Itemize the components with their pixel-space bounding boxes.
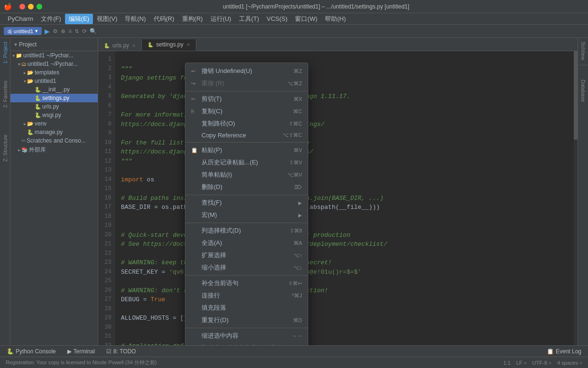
menu-copy-path[interactable]: 复制路径(O) ⇧⌘C — [185, 117, 308, 130]
tree-item-init[interactable]: ▸ 🐍 __init__.py — [10, 85, 98, 94]
menu-code[interactable]: 代码(R) — [150, 14, 178, 24]
menu-paste-simple[interactable]: 简单粘贴(I) ⌥⌘V — [185, 169, 308, 181]
menu-duplicate[interactable]: 重复行(D) ⌘D — [185, 314, 308, 326]
menu-complete-statement[interactable]: 补全当前语句 ⇧⌘↩ — [185, 277, 308, 289]
cursor-position[interactable]: 1:1 — [503, 360, 510, 366]
python-console-label: Python Console — [16, 348, 56, 355]
terminal-label: Terminal — [74, 348, 95, 355]
close-button[interactable] — [19, 4, 25, 9]
toolbar-icon-3[interactable]: ≡ — [68, 28, 72, 35]
bottom-tab-todo[interactable]: ☑ 8: TODO — [103, 347, 139, 356]
indent-settings[interactable]: 4 spaces ÷ — [557, 360, 582, 366]
tree-item-manage[interactable]: ▸ 🐍 manage.py — [10, 128, 98, 136]
menu-extend-selection[interactable]: 扩展选择 ⌥↑ — [185, 249, 308, 261]
sidebar-tab-project[interactable]: 1: Project — [0, 38, 10, 67]
file-tree: ▾ 📁 untitled1 ~/Pychar... ▾ 🗂 untitled1 … — [10, 51, 98, 345]
menu-copy[interactable]: ⎘ 复制(C) ⌘C — [185, 105, 308, 117]
toolbar-icon-4[interactable]: ↯ — [74, 28, 79, 35]
menu-run[interactable]: 运行(U) — [207, 14, 235, 24]
tree-item-templates[interactable]: ▸ 📂 templates — [10, 68, 98, 77]
menu-vcs[interactable]: VCS(S) — [263, 14, 291, 23]
menu-copy-reference[interactable]: Copy Reference ⌥⇧⌘C — [185, 130, 308, 141]
bottom-tab-terminal[interactable]: ▶ Terminal — [64, 347, 98, 356]
menu-paste[interactable]: 📋 粘贴(P) ⌘V — [185, 144, 308, 156]
maximize-button[interactable] — [37, 4, 42, 9]
tree-item-venv[interactable]: ▸ 📂 venv — [10, 119, 98, 128]
menu-view[interactable]: 视图(V) — [93, 14, 121, 24]
bottom-toolbar: 🐍 Python Console ▶ Terminal ☑ 8: TODO 📋 … — [0, 345, 588, 357]
bottom-tab-python-console[interactable]: 🐍 Python Console — [4, 347, 59, 356]
tab-icon: 🐍 — [147, 42, 153, 47]
menu-paste-history[interactable]: 从历史记录粘贴...(E) ⇧⌘V — [185, 156, 308, 169]
menu-join-lines[interactable]: 连接行 ^⌘J — [185, 289, 308, 302]
menu-column-select[interactable]: 列选择模式(D) ⇧⌘8 — [185, 224, 308, 237]
sidebar-tab-favorites[interactable]: 2: Favorites — [0, 77, 10, 111]
file-icon: 🐍 — [35, 87, 41, 93]
code-area: 12345 678910 1112131415 1617181920 21222… — [98, 51, 578, 345]
run-button[interactable]: ▶ — [45, 27, 50, 35]
minimize-button[interactable] — [28, 4, 34, 9]
tab-close-icon[interactable]: ✕ — [186, 42, 190, 47]
menu-tools[interactable]: 工具(T) — [235, 14, 263, 24]
tree-item-label: untitled1 — [35, 78, 56, 84]
menu-indent[interactable]: 缩进选中内容 →→ — [185, 330, 308, 342]
dropdown-menu-container: ↩ 撤销 Undefined(U) ⌘Z ↪ 重做 (R) ⌥⌘Z ✂ 剪切(T… — [185, 63, 308, 345]
tree-item-root[interactable]: ▾ 📁 untitled1 ~/Pychar... — [10, 51, 98, 60]
menu-window[interactable]: 窗口(W) — [291, 14, 321, 24]
tab-close-icon[interactable]: ✕ — [132, 43, 136, 48]
tree-item-scratches[interactable]: ▸ ✂ Scratches and Conso... — [10, 136, 98, 145]
menu-macro[interactable]: 宏(M) ▶ — [185, 209, 308, 221]
tree-item-external[interactable]: ▸ 📚 外部库 — [10, 145, 98, 155]
traffic-lights — [19, 4, 42, 9]
undo-icon: ↩ — [191, 68, 200, 74]
sidebar-tab-structure[interactable]: Z: Structure — [0, 131, 10, 165]
menu-select-all[interactable]: 全选(A) ⌘A — [185, 237, 308, 249]
menu-shrink-selection[interactable]: 缩小选择 ⌥↓ — [185, 261, 308, 274]
line-separator[interactable]: LF ÷ — [516, 360, 527, 366]
menu-edit[interactable]: 编辑(E) — [65, 14, 93, 24]
menu-refactor[interactable]: 重构(R) — [178, 14, 207, 24]
menu-file[interactable]: 文件(F) — [37, 14, 65, 24]
menu-navigate[interactable]: 导航(N) — [121, 14, 149, 24]
copy-icon: ⎘ — [191, 108, 200, 114]
tree-item-settings[interactable]: ▸ 🐍 settings.py — [10, 94, 98, 102]
folder-icon: 🗂 — [21, 61, 27, 67]
panel-title: Project — [19, 41, 37, 48]
menu-fill-paragraph[interactable]: 填充段落 — [185, 302, 308, 314]
editor-tabs: 🐍 urls.py ✕ 🐍 settings.py ✕ — [98, 38, 578, 51]
toolbar-icon-5[interactable]: ⟳ — [82, 28, 87, 35]
folder-icon: 📂 — [27, 70, 34, 76]
menu-delete[interactable]: 删除(D) ⌦ — [185, 181, 308, 193]
menu-unindent[interactable]: 取消中行或选中内容的缩进 ⇧→→ — [185, 342, 308, 345]
left-tabs: 1: Project 2: Favorites Z: Structure — [0, 38, 10, 345]
right-tab-sciview[interactable]: SciView — [579, 38, 588, 64]
menu-pycharm[interactable]: PyCharm — [4, 14, 37, 23]
redo-icon: ↪ — [191, 81, 200, 87]
tab-urls[interactable]: 🐍 urls.py ✕ — [98, 40, 142, 51]
event-log-button[interactable]: 📋 Event Log — [544, 347, 584, 356]
tree-item-wsgi[interactable]: ▸ 🐍 wsgi.py — [10, 111, 98, 119]
separator-4 — [185, 223, 308, 223]
scrollbar-track[interactable] — [574, 51, 578, 345]
tree-item-urls[interactable]: ▸ 🐍 urls.py — [10, 102, 98, 111]
project-name: untitled1 — [14, 28, 34, 34]
window-title: untitled1 [~/PycharmProjects/untitled1] … — [48, 3, 584, 10]
toolbar-icon-2[interactable]: ⊕ — [61, 28, 65, 35]
menu-undo[interactable]: ↩ 撤销 Undefined(U) ⌘Z — [185, 65, 308, 77]
toolbar-icon-1[interactable]: ⚙ — [53, 28, 58, 35]
scrollbar-thumb[interactable] — [574, 51, 578, 139]
tree-arrow-icon: ▾ — [24, 79, 26, 84]
tree-item-label: Scratches and Conso... — [27, 137, 86, 144]
tree-item-project[interactable]: ▾ 🗂 untitled1 ~/Pychar... — [10, 60, 98, 68]
tree-item-untitled1[interactable]: ▾ 📂 untitled1 — [10, 77, 98, 85]
right-tab-database[interactable]: Database — [579, 76, 588, 106]
menu-cut[interactable]: ✂ 剪切(T) ⌘X — [185, 93, 308, 105]
encoding[interactable]: UTF-8 ÷ — [533, 360, 551, 366]
todo-label: 8: TODO — [113, 348, 136, 355]
menu-find[interactable]: 查找(F) ▶ — [185, 197, 308, 209]
project-selector[interactable]: dj untitled1 ▾ — [4, 27, 42, 35]
editor-area: 🐍 urls.py ✕ 🐍 settings.py ✕ 12345 678910… — [98, 38, 578, 345]
menu-help[interactable]: 帮助(H) — [321, 14, 349, 24]
tab-settings[interactable]: 🐍 settings.py ✕ — [142, 39, 196, 51]
search-everywhere-icon[interactable]: 🔍 — [90, 28, 97, 35]
